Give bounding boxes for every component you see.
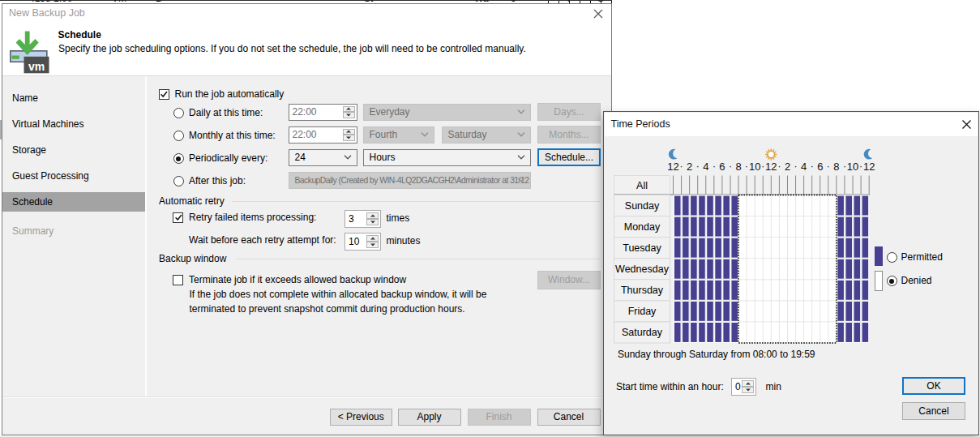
svg-text:12: 12 xyxy=(863,161,875,173)
svg-text:Tuesday: Tuesday xyxy=(623,242,661,254)
svg-text:8: 8 xyxy=(735,161,741,173)
svg-text:·: · xyxy=(859,161,862,172)
svg-text:·: · xyxy=(696,161,700,172)
svg-text:6: 6 xyxy=(719,161,725,173)
svg-text:·: · xyxy=(811,161,814,172)
svg-text:Monday: Monday xyxy=(624,221,661,233)
svg-text:·: · xyxy=(680,161,683,172)
svg-text:·: · xyxy=(729,161,732,172)
svg-text:6: 6 xyxy=(817,161,823,173)
svg-text:·: · xyxy=(777,161,781,172)
svg-text:2: 2 xyxy=(785,161,790,173)
svg-text:Thursday: Thursday xyxy=(621,285,664,296)
svg-text:10: 10 xyxy=(847,161,858,173)
svg-text:10: 10 xyxy=(749,161,760,173)
svg-text:·: · xyxy=(827,161,830,172)
svg-text:·: · xyxy=(794,161,798,172)
svg-text:Friday: Friday xyxy=(628,306,657,317)
svg-text:12: 12 xyxy=(765,161,777,173)
svg-text:·: · xyxy=(761,161,764,172)
svg-text:12: 12 xyxy=(667,161,678,173)
svg-text:8: 8 xyxy=(833,161,839,173)
svg-text:4: 4 xyxy=(801,161,807,173)
svg-text:2: 2 xyxy=(687,161,692,173)
svg-text:·: · xyxy=(843,161,846,172)
svg-text:·: · xyxy=(745,161,748,172)
svg-text:Saturday: Saturday xyxy=(622,327,663,338)
svg-text:Sunday: Sunday xyxy=(625,200,660,212)
svg-text:4: 4 xyxy=(703,161,708,173)
svg-text:vm: vm xyxy=(28,60,45,73)
svg-text:·: · xyxy=(713,161,716,172)
svg-text:All: All xyxy=(636,180,648,191)
svg-text:Wednesday: Wednesday xyxy=(615,263,670,275)
